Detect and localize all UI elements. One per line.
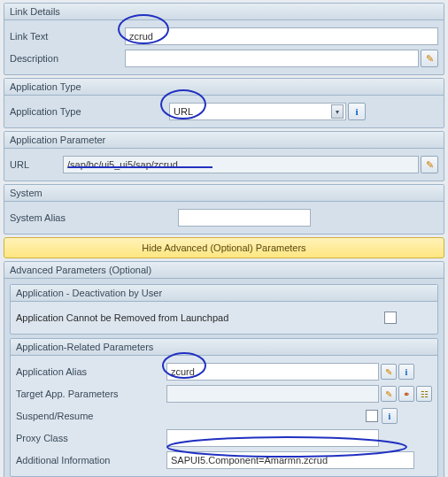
info-icon[interactable]: i: [398, 364, 414, 380]
panel-deactivation: Application - Deactivation by User Appli…: [10, 284, 438, 335]
label-system-alias: System Alias: [10, 212, 178, 223]
panel-advanced: Advanced Parameters (Optional) Applicati…: [4, 261, 444, 477]
toggle-advanced-params[interactable]: Hide Advanced (Optional) Parameters: [4, 237, 444, 258]
label-add-info: Additional Information: [16, 455, 166, 465]
label-target-params: Target App. Parameters: [16, 389, 166, 399]
edit-icon[interactable]: ✎: [421, 50, 438, 67]
input-target-params[interactable]: [166, 385, 379, 403]
panel-header: Advanced Parameters (Optional): [4, 262, 444, 279]
panel-system: System System Alias: [4, 184, 444, 235]
label-cannot-remove: Application Cannot be Removed from Launc…: [16, 312, 384, 323]
input-system-alias[interactable]: [178, 209, 311, 227]
panel-app-related: Application-Related Parameters Applicati…: [10, 338, 438, 477]
input-proxy[interactable]: [166, 429, 379, 447]
edit-icon[interactable]: ✎: [421, 156, 438, 173]
input-description[interactable]: [125, 50, 419, 67]
panel-application-parameter: Application Parameter URL ✎: [4, 131, 444, 181]
chevron-down-icon: ▾: [331, 104, 344, 119]
select-app-type-value: URL: [174, 106, 193, 117]
label-proxy: Proxy Class: [16, 433, 166, 443]
label-url: URL: [10, 159, 63, 170]
label-description: Description: [10, 53, 125, 64]
input-link-text[interactable]: [125, 27, 438, 45]
label-suspend: Suspend/Resume: [16, 411, 166, 421]
checkbox-suspend[interactable]: [366, 410, 378, 422]
label-app-alias: Application Alias: [16, 366, 166, 377]
panel-header: Application-Related Parameters: [11, 339, 437, 356]
edit-icon[interactable]: ✎: [381, 364, 397, 380]
panel-header: System: [4, 185, 444, 202]
select-app-type[interactable]: URL ▾: [169, 103, 346, 120]
info-icon[interactable]: i: [382, 408, 398, 424]
panel-header: Link Details: [4, 4, 444, 20]
panel-link-details: Link Details Link Text Description ✎: [4, 3, 444, 75]
input-url[interactable]: [63, 156, 419, 173]
info-icon[interactable]: i: [348, 103, 366, 120]
panel-application-type: Application Type Application Type URL ▾ …: [4, 78, 444, 128]
input-app-alias[interactable]: [166, 363, 379, 381]
panel-header: Application - Deactivation by User: [11, 285, 437, 302]
tree-icon[interactable]: ☷: [416, 386, 432, 402]
panel-header: Application Type: [4, 79, 444, 96]
panel-header: Application Parameter: [4, 132, 444, 149]
graph-icon[interactable]: ⚭: [398, 386, 414, 402]
label-link-text: Link Text: [10, 31, 125, 42]
label-app-type: Application Type: [10, 106, 125, 117]
input-add-info[interactable]: [166, 451, 414, 469]
edit-icon[interactable]: ✎: [381, 386, 397, 402]
checkbox-cannot-remove[interactable]: [384, 312, 397, 324]
